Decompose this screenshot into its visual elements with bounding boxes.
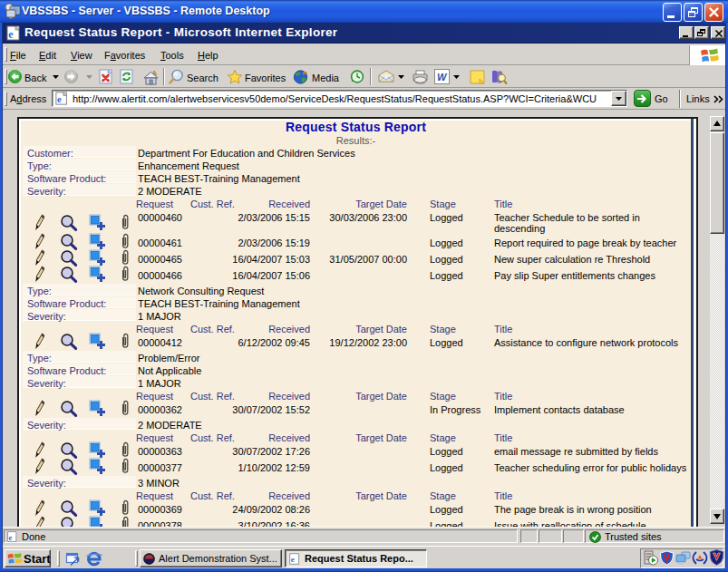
svg-text:e: e	[291, 555, 295, 564]
svg-text:e: e	[8, 28, 14, 41]
svg-text:e: e	[57, 94, 62, 104]
svg-text:e: e	[9, 533, 13, 542]
